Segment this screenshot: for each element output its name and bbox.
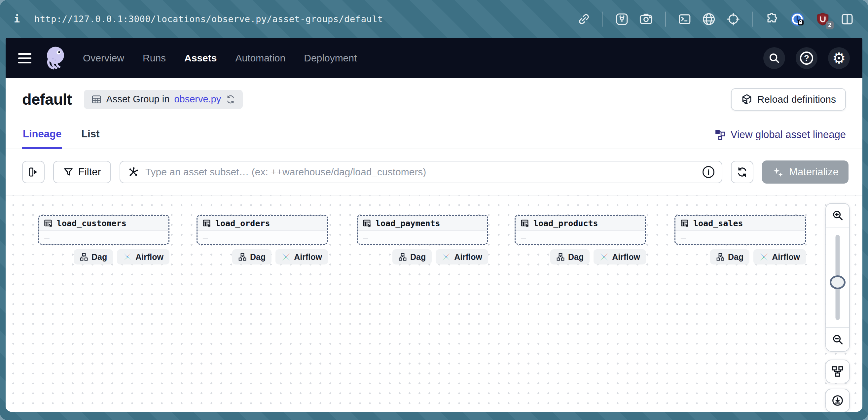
search-button[interactable]	[763, 47, 785, 69]
asset-table-icon	[43, 219, 53, 228]
dagster-logo-icon[interactable]	[41, 44, 70, 72]
tag-airflow[interactable]: Airflow	[593, 249, 646, 264]
topbar-divider	[665, 11, 666, 27]
zoom-in-icon	[832, 209, 843, 221]
asset-subset-input[interactable]	[145, 166, 696, 177]
zoom-slider-handle[interactable]	[830, 276, 845, 289]
airflow-icon	[599, 252, 609, 261]
table-icon	[91, 94, 102, 105]
tab-list[interactable]: List	[81, 128, 100, 149]
asset-node-group: load_customers – Dag	[38, 215, 169, 264]
sparkles-icon	[772, 166, 784, 178]
zoom-control-panel	[826, 203, 850, 352]
lineage-canvas[interactable]: load_customers – Dag	[6, 195, 862, 412]
asset-status: –	[516, 231, 645, 244]
airflow-icon	[123, 252, 132, 261]
help-icon: ?	[800, 52, 813, 65]
extensions-puzzle-icon[interactable]	[765, 12, 779, 26]
airflow-icon	[760, 252, 769, 261]
screenshot-gallery-icon[interactable]	[615, 12, 629, 26]
nav-item-assets[interactable]: Assets	[184, 53, 217, 64]
asset-name: load_sales	[693, 219, 743, 228]
graph-layout-icon	[831, 365, 844, 378]
asset-status: –	[197, 231, 327, 244]
view-global-asset-lineage-link[interactable]: View global asset lineage	[715, 129, 846, 149]
airflow-icon	[442, 252, 451, 261]
adblock-shield-icon[interactable]: 2	[815, 11, 830, 27]
asset-table-icon	[202, 219, 211, 228]
password-manager-icon[interactable]	[789, 11, 805, 27]
zoom-in-button[interactable]	[826, 204, 849, 227]
asset-node-group: load_products – Dag	[515, 215, 646, 264]
help-button[interactable]: ?	[796, 47, 817, 69]
nav-item-automation[interactable]: Automation	[235, 53, 285, 64]
download-image-button[interactable]	[826, 389, 850, 412]
nav-item-overview[interactable]: Overview	[83, 53, 124, 64]
settings-button[interactable]: ⚙	[828, 47, 850, 69]
dag-icon	[556, 253, 565, 261]
sidebar-toggle-icon[interactable]	[840, 12, 854, 26]
asset-node-load-customers[interactable]: load_customers –	[38, 215, 169, 245]
nav-links: Overview Runs Assets Automation Deployme…	[83, 53, 357, 64]
gear-icon: ⚙	[832, 51, 845, 66]
zoom-out-button[interactable]	[826, 327, 849, 351]
tag-dag[interactable]: Dag	[392, 249, 432, 264]
asset-name: load_payments	[376, 219, 440, 228]
zoom-out-icon	[832, 333, 843, 345]
asset-name: load_products	[533, 219, 598, 228]
asset-node-group: load_payments – Dag	[357, 215, 488, 264]
badge-text: Asset Group in	[106, 94, 170, 105]
asset-graph-icon	[127, 166, 140, 178]
open-side-panel-button[interactable]	[22, 161, 44, 183]
nav-item-runs[interactable]: Runs	[143, 53, 166, 64]
asset-node-load-products[interactable]: load_products –	[515, 215, 646, 245]
camera-icon[interactable]	[639, 12, 653, 26]
refresh-graph-button[interactable]	[731, 161, 753, 183]
asset-subset-searchbox: i	[120, 161, 722, 183]
page-info-icon[interactable]: i	[14, 13, 20, 25]
asset-name: load_customers	[57, 219, 126, 228]
zoom-slider[interactable]	[826, 227, 849, 327]
filter-button[interactable]: Filter	[53, 161, 111, 183]
url-bar[interactable]: http://127.0.0.1:3000/locations/observe.…	[34, 14, 383, 24]
reload-definitions-button[interactable]: Reload definitions	[731, 88, 846, 110]
dag-icon	[716, 253, 725, 261]
tag-dag[interactable]: Dag	[710, 249, 749, 264]
asset-node-load-sales[interactable]: load_sales –	[675, 215, 806, 245]
reload-location-icon[interactable]	[225, 94, 236, 104]
panel-expand-icon	[28, 166, 39, 177]
cube-reload-icon	[741, 93, 753, 105]
download-icon	[831, 394, 844, 407]
main-navbar: Overview Runs Assets Automation Deployme…	[6, 38, 862, 78]
tag-dag[interactable]: Dag	[232, 249, 272, 264]
asset-node-load-orders[interactable]: load_orders –	[196, 215, 328, 245]
globe-icon[interactable]	[702, 12, 716, 26]
rearrange-layout-button[interactable]	[826, 360, 850, 383]
asset-node-group: load_sales – Dag	[675, 215, 806, 264]
code-location-link[interactable]: observe.py	[174, 94, 221, 105]
dag-icon	[238, 253, 247, 261]
asset-node-group: load_orders – Dag	[196, 215, 328, 264]
copy-link-icon[interactable]	[577, 12, 591, 26]
hamburger-menu-icon[interactable]	[18, 53, 31, 63]
asset-group-badge: Asset Group in observe.py	[84, 90, 243, 109]
asset-node-load-payments[interactable]: load_payments –	[357, 215, 488, 245]
filter-funnel-icon	[63, 167, 74, 177]
global-lineage-icon	[715, 129, 726, 140]
asset-status: –	[39, 231, 168, 244]
materialize-button[interactable]: Materialize	[762, 160, 848, 184]
tag-dag[interactable]: Dag	[74, 249, 113, 264]
tag-airflow[interactable]: Airflow	[275, 249, 328, 264]
target-picker-icon[interactable]	[726, 12, 741, 26]
page-title: default	[22, 90, 72, 108]
tabs-row: Lineage List View global asset lineage	[6, 116, 862, 149]
terminal-icon[interactable]	[678, 12, 692, 26]
tag-airflow[interactable]: Airflow	[117, 249, 169, 264]
browser-window: i http://127.0.0.1:3000/locations/observ…	[0, 0, 868, 420]
tag-airflow[interactable]: Airflow	[753, 249, 806, 264]
tag-airflow[interactable]: Airflow	[436, 249, 488, 264]
syntax-info-icon[interactable]: i	[703, 166, 714, 178]
tag-dag[interactable]: Dag	[550, 249, 590, 264]
nav-item-deployment[interactable]: Deployment	[304, 53, 357, 64]
tab-lineage[interactable]: Lineage	[22, 128, 62, 149]
